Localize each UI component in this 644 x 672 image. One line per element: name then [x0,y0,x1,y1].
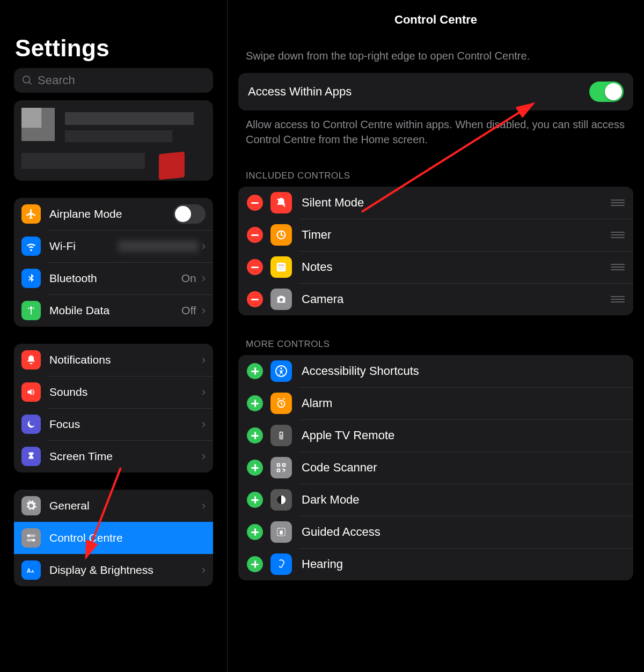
chevron-right-icon: › [199,563,206,577]
sidebar-item-label: Control Centre [49,531,206,544]
access-within-apps-toggle[interactable] [589,82,624,102]
sidebar-item-label: Bluetooth [49,272,181,285]
wi-fi-value [118,240,199,252]
control-row-notes: Notes [238,251,633,283]
notes-icon [270,256,292,278]
control-label: Camera [302,292,605,306]
search-icon [21,75,33,86]
chevron-right-icon: › [199,499,206,513]
bell-icon [21,350,41,370]
remove-control-button[interactable] [247,195,263,211]
sidebar-item-general[interactable]: General› [14,490,213,522]
control-label: Hearing [302,557,625,571]
antenna-icon [21,301,41,320]
add-control-button[interactable] [247,363,263,379]
sidebar-item-airplane-mode[interactable]: Airplane Mode [14,198,213,230]
access-within-apps-card: Access Within Apps [238,73,633,110]
control-row-guided-access: Guided Access [238,516,633,548]
add-control-button[interactable] [247,395,263,411]
add-control-button[interactable] [247,524,263,540]
camera-icon [270,289,292,310]
svg-point-21 [282,436,283,437]
chevron-right-icon: › [199,304,206,317]
tv-remote-icon [270,425,292,446]
svg-point-22 [280,438,281,439]
sidebar-group: General›Control CentreAADisplay & Bright… [14,490,213,586]
control-row-silent-mode: Silent Mode [238,187,633,219]
sidebar-item-label: Display & Brightness [49,564,199,577]
sidebar-item-label: Notifications [49,353,199,366]
settings-sidebar: Settings Airplane ModeWi-Fi›BluetoothOn›… [0,0,228,672]
reorder-handle[interactable] [611,232,625,238]
sidebar-item-control-centre[interactable]: Control Centre [14,522,213,554]
control-label: Dark Mode [302,493,625,507]
svg-point-20 [280,436,281,437]
sidebar-item-mobile-data[interactable]: Mobile DataOff› [14,294,213,327]
sidebar-item-display-brightness[interactable]: AADisplay & Brightness› [14,554,213,586]
search-input[interactable] [38,73,206,87]
control-label: Guided Access [302,525,625,539]
chevron-right-icon: › [199,239,206,253]
control-row-apple-tv-remote: Apple TV Remote [238,419,633,452]
sidebar-item-sounds[interactable]: Sounds› [14,376,213,408]
mobile-data-value: Off [181,304,199,317]
control-row-dark-mode: Dark Mode [238,484,633,516]
add-control-button[interactable] [247,492,263,508]
timer-icon [270,224,292,246]
sidebar-item-label: Mobile Data [49,304,181,317]
sidebar-item-focus[interactable]: Focus› [14,408,213,440]
control-row-code-scanner: Code Scanner [238,452,633,484]
gear-icon [21,496,41,515]
chevron-right-icon: › [199,385,206,399]
guided-icon [270,521,292,543]
sidebar-item-label: Focus [49,418,199,431]
darkmode-icon [270,489,292,511]
alarm-icon [270,393,292,414]
reorder-handle[interactable] [611,264,625,270]
chevron-right-icon: › [199,449,206,463]
hourglass-icon [21,447,41,466]
control-label: Accessibility Shortcuts [302,364,625,378]
sidebar-item-bluetooth[interactable]: BluetoothOn› [14,262,213,294]
search-field[interactable] [14,68,213,93]
control-row-hearing: Hearing [238,548,633,580]
add-control-button[interactable] [247,460,263,476]
reorder-handle[interactable] [611,296,625,302]
pane-title: Control Centre [238,13,633,27]
profile-card[interactable] [14,100,213,181]
remove-control-button[interactable] [247,291,263,307]
svg-point-19 [280,433,282,435]
wifi-icon [21,237,41,256]
more-controls-header: MORE CONTROLS [238,339,633,350]
included-controls-header: INCLUDED CONTROLS [238,171,633,181]
bluetooth-value: On [181,272,199,285]
svg-point-0 [23,76,30,83]
access-within-apps-desc: Allow access to Control Centre within ap… [238,117,633,147]
reorder-handle[interactable] [611,200,625,206]
control-row-timer: Timer [238,219,633,251]
sidebar-item-label: Screen Time [49,450,199,463]
svg-point-5 [32,539,35,542]
add-control-button[interactable] [247,556,263,572]
airplane-icon [21,204,41,224]
text-size-icon: AA [21,560,41,580]
sidebar-item-screen-time[interactable]: Screen Time› [14,440,213,472]
more-controls-list: Accessibility ShortcutsAlarmApple TV Rem… [238,355,633,580]
remove-control-button[interactable] [247,227,263,243]
control-row-alarm: Alarm [238,387,633,419]
add-control-button[interactable] [247,427,263,444]
sidebar-item-wi-fi[interactable]: Wi-Fi› [14,230,213,262]
sidebar-group: Airplane ModeWi-Fi›BluetoothOn›Mobile Da… [14,198,213,327]
accessibility-icon [270,360,292,382]
moon-icon [21,415,41,434]
svg-point-23 [282,438,283,439]
included-controls-list: Silent ModeTimerNotesCamera [238,187,633,315]
sidebar-item-notifications[interactable]: Notifications› [14,344,213,376]
remove-control-button[interactable] [247,259,263,275]
control-label: Code Scanner [302,461,625,475]
sidebar-group: Notifications›Sounds›Focus›Screen Time› [14,344,213,472]
control-centre-pane: Control Centre Swipe down from the top-r… [228,0,644,672]
ear-icon [270,553,292,575]
control-label: Alarm [302,396,625,410]
airplane-mode-toggle[interactable] [173,204,206,224]
